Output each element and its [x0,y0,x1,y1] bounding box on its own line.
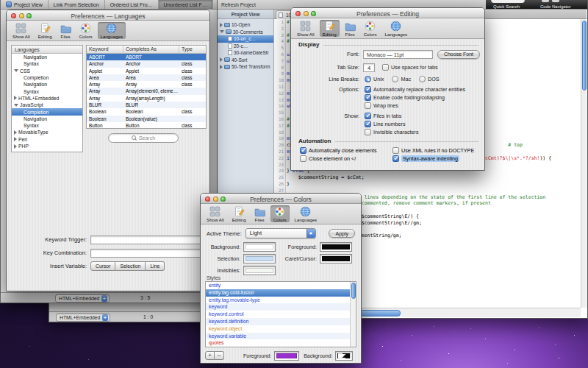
disclosure-triangle[interactable] [220,30,224,33]
toolbar-item-show-all[interactable]: Show All [294,20,318,37]
toolbar-item-files[interactable]: Files [342,20,359,37]
vertical-scrollbar[interactable] [581,19,587,308]
scrollbar-thumb[interactable] [582,21,587,91]
language-item-syntax[interactable]: Syntax [12,88,82,94]
foreground-color-well[interactable] [320,242,352,252]
style-item-entity-tag-cold-fusion[interactable]: entity.tag.cold-fusion [206,289,356,297]
toolbar-item-colors[interactable]: Colors [270,205,290,222]
invisibles-color-well[interactable] [243,266,276,275]
table-row[interactable]: AppletAppletclass [87,68,206,74]
toolbar-item-editing[interactable]: Editing [35,22,55,39]
caret-cursor-color-well[interactable] [320,254,352,263]
toolbar-item-editing[interactable]: Editing [229,205,249,222]
table-row[interactable]: BooleanBooleanclass [87,108,206,115]
code-navigator-button[interactable] [542,0,549,2]
radio-unix[interactable] [365,76,371,82]
toolbar-item-show-all[interactable]: Show All [10,22,33,39]
file-item-10-open[interactable]: 10-Open [218,21,273,29]
close-button[interactable] [205,197,210,202]
table-row[interactable]: ArrayArray(arrayLength) [87,95,206,102]
segment-line[interactable]: Line [146,261,165,271]
disclosure-triangle[interactable] [220,23,223,27]
column-header-type[interactable]: Type [179,46,206,53]
automatically-close-elements-checkbox[interactable] [300,147,306,154]
toolbar-item-show-all[interactable]: Show All [204,205,227,222]
minimize-button[interactable] [213,197,218,202]
line-numbers-checkbox[interactable] [365,121,371,127]
syntax-aware-indenting-checkbox[interactable] [392,155,399,162]
wrap-lines-checkbox[interactable] [365,102,371,109]
refresh-project-button[interactable]: Refresh Project [221,2,256,7]
disclosure-triangle[interactable] [14,69,18,72]
choose-font-button[interactable]: Choose Font [437,50,480,59]
title-bar[interactable]: Preferences — Colors [201,194,361,204]
style-item-entity[interactable]: entity [206,282,356,289]
table-row[interactable]: BLURBLUR [87,102,206,108]
language-item-movabletype[interactable]: MovableType [12,129,82,135]
column-header-completes-as[interactable]: Completes As [123,46,179,53]
style-item-entity-tag-movable-type[interactable]: entity.tag.movable-type [206,297,356,304]
column-header-keyword[interactable]: Keyword [87,46,123,53]
table-row[interactable]: ArrayArrayclass [87,81,206,88]
disclosure-triangle[interactable] [14,137,17,141]
minimize-button[interactable] [304,11,309,16]
file-item-30-comments[interactable]: 30-Comments [218,29,273,36]
table-row[interactable]: ABORTABORT [87,54,206,60]
radio-dos[interactable] [419,76,426,82]
language-item-completion[interactable]: Completion [12,74,82,81]
language-item-javascript[interactable]: JavaScript [12,102,82,108]
minimize-button[interactable] [19,13,24,18]
disclosure-triangle[interactable] [14,96,17,100]
automatically-replace-character-entities-checkbox[interactable] [365,86,371,93]
title-bar[interactable]: Preferences — Editing [291,8,484,18]
style-item-keyword-object[interactable]: keyword.object [206,325,356,333]
files-in-tabs-checkbox[interactable] [365,113,371,119]
keyword-trigger-input[interactable] [90,236,202,244]
language-mode-popup[interactable]: HTML+Embedded [56,314,110,322]
scrollbar[interactable] [350,282,356,347]
disclosure-triangle[interactable] [220,57,223,62]
theme-popup[interactable]: Light [245,228,316,238]
toolbar-item-files[interactable]: Files [251,205,268,222]
style-background-well[interactable] [335,351,353,361]
toolbar-button-unordered-list-f[interactable]: Unordered List F… [159,0,213,9]
close-element-on-checkbox[interactable] [300,155,306,162]
search-input[interactable]: Search [108,133,179,143]
apply-button[interactable]: Apply [329,229,355,238]
toolbar-button-link-from-selection[interactable]: Link From Selection [49,0,105,9]
language-item-navigation[interactable]: Navigation [12,54,82,60]
disclosure-triangle[interactable] [14,144,17,149]
disclosure-triangle[interactable] [220,65,223,69]
style-item-keyword-control[interactable]: keyword.control [206,311,356,318]
toolbar-button-project-view[interactable]: Project View [1,0,49,9]
table-row[interactable]: AnchorAnchorclass [87,60,206,67]
segment-selection[interactable]: Selection [115,261,146,271]
toolbar-item-colors[interactable]: Colors [361,20,380,37]
radio-mac[interactable] [392,76,398,82]
title-bar[interactable]: Preferences — Languages [7,10,209,21]
language-item-php[interactable]: PHP [12,143,82,149]
close-button[interactable] [295,11,301,16]
language-item-html-embedded[interactable]: HTML+Embedded [12,95,82,102]
style-item-keyword-variable[interactable]: keyword.variable [206,333,356,340]
segment-cursor[interactable]: Cursor [90,261,115,271]
invisible-characters-checkbox[interactable] [365,129,371,135]
language-item-perl[interactable]: Perl [12,136,82,143]
disclosure-triangle[interactable] [14,130,17,135]
add-style-button[interactable]: + [205,351,215,360]
scrollbar-thumb[interactable] [351,283,356,299]
tab-size-input[interactable]: 4 [363,63,375,72]
table-row[interactable]: ArrayArray(element0, eleme… [87,88,206,94]
language-item-syntax[interactable]: Syntax [12,122,82,129]
language-item-css[interactable]: CSS [12,68,82,74]
file-item-50-text-transform[interactable]: 50-Text Transform [218,63,273,71]
key-combination-input[interactable] [90,249,202,258]
selection-color-well[interactable] [243,254,276,263]
table-row[interactable]: ButtonButtonclass [87,122,206,129]
enable-code-folding-collapsing-checkbox[interactable] [365,94,371,101]
remove-style-button[interactable]: – [215,351,224,360]
file-item-10-un-c[interactable]: 10-un_c… [218,35,273,43]
background-color-well[interactable] [243,242,276,252]
toolbar-button-ordered-list-fro[interactable]: Ordered List Fro… [105,0,159,9]
toolbar-item-colors[interactable]: Colors [76,22,96,39]
